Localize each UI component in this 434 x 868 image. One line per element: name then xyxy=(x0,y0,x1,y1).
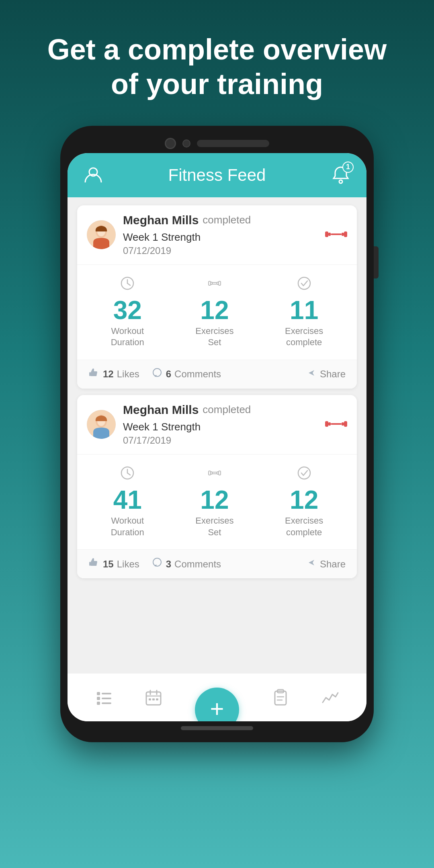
card-info-2: Meghan Mills completed Week 1 Strength 0… xyxy=(123,403,318,446)
empty-space xyxy=(77,585,357,665)
nav-clipboard-icon[interactable] xyxy=(271,688,290,707)
svg-rect-27 xyxy=(342,422,344,426)
svg-rect-19 xyxy=(89,372,91,376)
checkmark-icon-2 xyxy=(297,466,311,483)
nav-calendar-icon[interactable] xyxy=(144,688,163,707)
share-1[interactable]: Share xyxy=(306,368,346,381)
dumbbell-icon-2 xyxy=(325,416,347,434)
svg-rect-42 xyxy=(97,697,100,700)
hero-text: Get a complete overview of your training xyxy=(23,32,411,102)
stats-row-1: 32 WorkoutDuration xyxy=(77,265,357,360)
stats-row-2: 41 WorkoutDuration xyxy=(77,454,357,550)
clock-icon-1 xyxy=(120,276,135,293)
svg-line-12 xyxy=(127,283,130,285)
likes-2[interactable]: 15 Likes xyxy=(88,557,139,571)
stat-number-duration-2: 41 xyxy=(113,487,142,513)
thumbsup-icon-1 xyxy=(88,367,100,381)
stat-number-duration-1: 32 xyxy=(113,297,142,323)
svg-rect-36 xyxy=(219,471,221,475)
stat-number-set-1: 12 xyxy=(200,297,229,323)
stat-number-complete-1: 11 xyxy=(290,297,318,323)
svg-rect-40 xyxy=(97,692,100,695)
svg-rect-43 xyxy=(102,698,111,699)
svg-rect-28 xyxy=(344,421,347,427)
stat-exercises-set-2: 12 ExercisesSet xyxy=(195,466,233,538)
likes-1[interactable]: 12 Likes xyxy=(88,367,139,381)
hero-line1: Get a complete overview xyxy=(47,32,387,67)
avatar-2 xyxy=(87,410,116,439)
completed-text-1: completed xyxy=(203,214,251,226)
comments-2[interactable]: 3 Comments xyxy=(151,557,221,571)
stat-label-duration-1: WorkoutDuration xyxy=(111,326,144,348)
card-header-1: Meghan Mills completed Week 1 Strength 0… xyxy=(77,205,357,265)
thumbsup-icon-2 xyxy=(88,557,100,571)
comment-icon-2 xyxy=(151,557,163,571)
stat-number-set-2: 12 xyxy=(200,487,229,513)
notification-bell[interactable]: 1 xyxy=(331,165,350,186)
stat-label-complete-2: Exercisescomplete xyxy=(285,515,323,538)
notification-badge: 1 xyxy=(342,162,354,173)
stat-exercises-complete-2: 12 Exercisescomplete xyxy=(285,466,323,538)
user-name-1: Meghan Mills xyxy=(123,213,199,227)
stat-exercises-complete-1: 11 Exercisescomplete xyxy=(285,276,323,348)
stat-label-set-2: ExercisesSet xyxy=(195,515,233,538)
checkmark-icon-1 xyxy=(297,276,311,293)
svg-point-37 xyxy=(298,467,310,479)
svg-rect-24 xyxy=(325,421,328,427)
svg-rect-6 xyxy=(328,233,331,236)
svg-point-18 xyxy=(298,277,310,289)
svg-rect-17 xyxy=(219,281,221,285)
svg-rect-25 xyxy=(328,422,331,426)
stat-number-complete-2: 12 xyxy=(290,487,318,513)
workout-name-1: Week 1 Strength xyxy=(123,231,201,244)
likes-count-2: 15 xyxy=(103,559,114,570)
phone-frame: Fitness Feed 1 xyxy=(60,126,374,742)
svg-rect-45 xyxy=(102,702,111,704)
camera-lens-small xyxy=(182,139,190,147)
social-row-1: 12 Likes 6 Comments xyxy=(77,360,357,389)
card-header-2: Meghan Mills completed Week 1 Strength 0… xyxy=(77,395,357,454)
comments-count-2: 3 xyxy=(166,559,171,570)
stat-label-set-1: ExercisesSet xyxy=(195,326,233,348)
workout-card-2: Meghan Mills completed Week 1 Strength 0… xyxy=(77,395,357,578)
nav-list-icon[interactable] xyxy=(94,688,114,707)
stat-exercises-set-1: 12 ExercisesSet xyxy=(195,276,233,348)
card-info-1: Meghan Mills completed Week 1 Strength 0… xyxy=(123,213,318,256)
likes-count-1: 12 xyxy=(103,368,114,380)
share-icon-2 xyxy=(306,557,317,571)
svg-rect-7 xyxy=(331,233,342,235)
workout-name-2: Week 1 Strength xyxy=(123,421,201,433)
workout-card-1: Meghan Mills completed Week 1 Strength 0… xyxy=(77,205,357,389)
svg-rect-9 xyxy=(344,231,347,237)
phone-speaker xyxy=(197,140,269,147)
comments-1[interactable]: 6 Comments xyxy=(151,367,221,381)
hero-line2: of your training xyxy=(47,67,387,101)
svg-rect-41 xyxy=(102,693,111,694)
fab-plus-icon: + xyxy=(210,697,224,721)
share-icon-1 xyxy=(306,368,317,381)
user-name-2: Meghan Mills xyxy=(123,403,199,417)
svg-rect-26 xyxy=(331,423,342,425)
svg-point-1 xyxy=(339,180,342,183)
share-2[interactable]: Share xyxy=(306,557,346,571)
top-bar: Fitness Feed 1 xyxy=(68,153,366,197)
nav-chart-icon[interactable] xyxy=(320,688,340,707)
svg-rect-44 xyxy=(97,702,100,705)
camera-lens xyxy=(165,138,176,149)
svg-rect-38 xyxy=(89,562,91,566)
phone-home-indicator xyxy=(181,726,253,730)
stat-label-complete-1: Exercisescomplete xyxy=(285,326,323,348)
profile-icon[interactable] xyxy=(84,165,103,186)
svg-rect-51 xyxy=(152,698,155,700)
completed-text-2: completed xyxy=(203,403,251,416)
phone-bottom-bar xyxy=(68,726,366,730)
comment-icon-1 xyxy=(151,367,163,381)
dumbbell-small-icon-2 xyxy=(207,466,222,483)
svg-rect-50 xyxy=(149,698,151,700)
clock-icon-2 xyxy=(120,466,135,483)
feed-content: Meghan Mills completed Week 1 Strength 0… xyxy=(68,197,366,673)
app-title: Fitness Feed xyxy=(168,166,266,185)
dumbbell-small-icon-1 xyxy=(207,276,222,293)
phone-screen: Fitness Feed 1 xyxy=(68,153,366,721)
svg-rect-34 xyxy=(212,472,217,474)
